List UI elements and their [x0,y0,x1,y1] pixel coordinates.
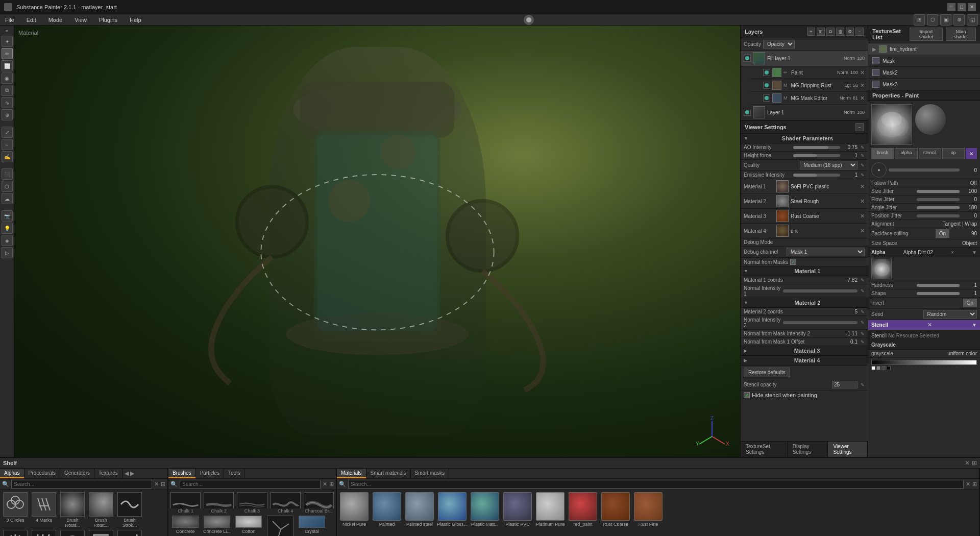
brush-item-cotton[interactable]: Cotton [234,516,263,534]
layers-duplicate[interactable]: ⧉ [826,28,835,36]
backface-on[interactable]: On [936,229,949,238]
debug-channel-dropdown[interactable]: Mask 1 [787,248,865,256]
mat4-section[interactable]: ▶ Material 4 [741,356,868,366]
layer-vis-paint[interactable] [763,69,770,76]
maximize-button[interactable]: □ [958,3,966,11]
stencil-dropdown[interactable]: ▼ [972,322,977,328]
toolbar-icon-3[interactable]: ▣ [940,14,951,26]
layer-fill-1[interactable]: Fill layer 1 Norm 100 [741,51,868,66]
material4-thumb[interactable] [776,225,789,237]
mat-rust-coarse[interactable]: Rust Coarse [600,492,631,527]
layers-collapse[interactable]: − [855,28,864,36]
close-button[interactable]: ✕ [968,3,976,11]
brush-stroke-chalk2[interactable] [204,492,234,508]
brush-item-concreteli[interactable]: Concrete Li... [202,516,232,534]
minimize-button[interactable]: ─ [947,3,955,11]
shelf-materials-search-input[interactable] [348,480,964,489]
layers-delete[interactable]: 🗑 [836,28,844,36]
toolbar-icon-5[interactable]: ◱ [967,14,978,26]
mat-plastic-gloss[interactable]: Plastic Gloss... [437,492,468,527]
layer-paint[interactable]: ✏ Paint Norm 100 ✕ [751,66,868,79]
brush-item-crystal[interactable]: Crystal [297,516,327,534]
stencil-close[interactable]: ✕ [927,322,932,328]
material3-thumb[interactable] [776,210,789,222]
angle-jitter-slider[interactable] [917,206,960,209]
menu-file[interactable]: File [2,16,17,24]
shelf-tab-particles[interactable]: Particles [196,469,224,478]
gs-btn-1[interactable] [871,366,875,370]
brush-stroke-charcoal[interactable] [304,492,334,508]
mat-red-paint[interactable]: red_paint [568,492,598,527]
stencil-opacity-input[interactable] [832,381,857,388]
ts-item-mask[interactable]: Mask [868,55,980,67]
shelf-alphas-search-input[interactable] [11,480,152,489]
toolbar-icon-2[interactable]: ⬡ [927,14,938,26]
mat1-section[interactable]: ▼ Material 1 [741,266,868,276]
shelf-materials-clear[interactable]: ✕ [966,481,970,488]
shelf-alphas-grid-view[interactable]: ⊞ [161,481,165,488]
brush-mode-op[interactable]: op [942,148,965,159]
mat-plastic-pvc[interactable]: Plastic PVC [502,492,533,527]
mat2-normal-slider[interactable] [783,321,857,324]
shelf-tab-brushes[interactable]: Brushes [168,469,196,478]
layers-settings[interactable]: ⚙ [846,28,854,36]
mat2-normmask-edit[interactable]: ✎ [861,331,865,336]
position-jitter-slider[interactable] [917,214,960,217]
shelf-alpha-brush1[interactable]: Brush Rotat... [59,492,86,528]
layer-1[interactable]: Layer 1 Norm 100 [741,105,868,120]
toolbar-icon-4[interactable]: ⚙ [953,14,965,26]
shelf-alpha-brush2[interactable]: Brush Rotat... [88,492,114,528]
tab-textureset-settings[interactable]: TextureSet Settings [741,442,788,457]
quality-dropdown[interactable]: Medium (16 spp) [800,161,858,169]
alpha-invert-on[interactable]: On [963,299,977,307]
tool-paint[interactable]: ✏ [2,48,13,59]
menu-view[interactable]: View [71,16,90,24]
mat2-normal-edit[interactable]: ✎ [861,320,865,325]
mat-rust-fine[interactable]: Rust Fine [633,492,664,527]
brush-stroke-chalk1[interactable] [170,492,201,508]
mat1-normal-edit[interactable]: ✎ [861,288,865,294]
delete-mg-mask[interactable]: ✕ [860,95,865,102]
mat2-coords-edit[interactable]: ✎ [861,309,865,314]
shelf-alpha-coffee[interactable]: Coffee Cup [59,530,86,536]
material1-clear[interactable]: ✕ [860,183,865,190]
height-slider[interactable] [793,154,841,157]
gs-btn-3[interactable] [881,366,886,370]
mat2-offset-edit[interactable]: ✎ [861,339,865,345]
material1-thumb[interactable] [776,180,789,192]
alpha-thumbnail[interactable] [871,259,892,279]
mat-painted[interactable]: Painted [372,492,402,527]
tool-light[interactable]: 💡 [2,223,13,234]
shelf-expand[interactable]: ⊞ [972,459,977,467]
shelf-alpha-stroke[interactable]: Brush Strok... [116,492,143,528]
shelf-brushes-grid-view[interactable]: ⊞ [329,481,334,488]
opacity-dropdown[interactable]: Opacity [763,40,795,48]
shelf-tab-generators[interactable]: Generators [60,469,94,478]
viewport[interactable]: Material X Y Z [14,26,740,457]
material3-clear[interactable]: ✕ [860,213,865,220]
mat3-section[interactable]: ▶ Material 3 [741,346,868,356]
material4-clear[interactable]: ✕ [860,228,865,234]
alpha-seed-dropdown[interactable]: Random [923,310,977,319]
material2-thumb[interactable] [776,195,789,207]
stencil-opacity-edit[interactable]: ✎ [861,382,865,387]
shelf-close[interactable]: ✕ [965,459,970,467]
gs-btn-4[interactable] [887,366,891,370]
viewer-collapse[interactable]: − [855,123,864,131]
menu-mode[interactable]: Mode [45,16,66,24]
shelf-materials-grid-view[interactable]: ⊞ [972,481,977,488]
alpha-close[interactable]: × [951,249,954,255]
shelf-alphas-nav-next[interactable]: ▶ [130,470,134,477]
ts-import-btn[interactable]: Import shader [910,28,943,41]
mat2-section[interactable]: ▼ Material 2 [741,298,868,308]
shelf-tab-materials[interactable]: Materials [337,469,366,478]
ts-item-mask3[interactable]: Mask3 [868,79,980,90]
brush-mode-alpha[interactable]: alpha [895,148,917,159]
layer-vis-fill1[interactable] [744,55,751,62]
tool-clone[interactable]: ⧉ [2,85,13,96]
shelf-tab-smart-materials[interactable]: Smart materials [366,469,411,478]
tool-annotation[interactable]: ✍ [2,151,13,162]
mat1-normal-slider[interactable] [783,289,857,293]
shelf-tab-smart-masks[interactable]: Smart masks [411,469,449,478]
ts-item-mask2[interactable]: Mask2 [868,67,980,79]
